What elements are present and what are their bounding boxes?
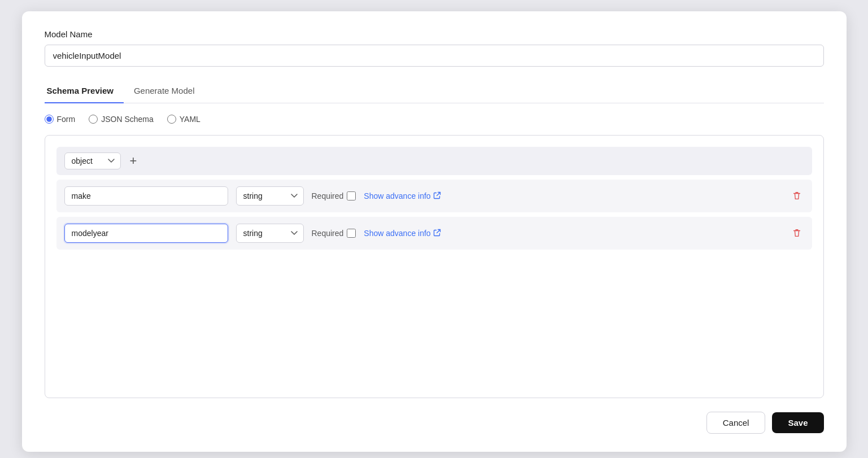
svg-line-0	[437, 192, 440, 195]
radio-yaml-label: YAML	[180, 115, 200, 124]
radio-yaml-input[interactable]	[167, 115, 176, 124]
field-name-input-make[interactable]	[64, 186, 228, 206]
modal-container: Model Name Schema Preview Generate Model…	[22, 11, 847, 452]
save-button[interactable]: Save	[772, 412, 823, 433]
required-text-make: Required	[312, 191, 344, 200]
show-advance-text-modelyear: Show advance info	[364, 229, 430, 238]
radio-json-schema[interactable]: JSON Schema	[89, 115, 154, 124]
radio-form-input[interactable]	[45, 115, 54, 124]
radio-json-schema-label: JSON Schema	[101, 115, 154, 124]
required-checkbox-make[interactable]	[347, 191, 356, 200]
required-text-modelyear: Required	[312, 229, 344, 238]
footer: Cancel Save	[45, 412, 824, 434]
model-name-label: Model Name	[45, 29, 824, 39]
delete-button-make[interactable]	[790, 190, 804, 202]
model-name-input[interactable]	[45, 45, 824, 67]
root-type-select[interactable]: object array	[64, 152, 121, 169]
external-link-icon-modelyear	[433, 229, 441, 238]
radio-form[interactable]: Form	[45, 115, 76, 124]
field-name-input-modelyear[interactable]	[64, 224, 228, 243]
external-link-icon-make	[433, 191, 441, 201]
field-type-select-make[interactable]: string number integer boolean object arr…	[236, 186, 304, 206]
tab-schema-preview[interactable]: Schema Preview	[45, 80, 124, 103]
radio-form-label: Form	[57, 115, 76, 124]
view-mode-radio-group: Form JSON Schema YAML	[45, 115, 824, 124]
show-advance-link-modelyear[interactable]: Show advance info	[364, 229, 440, 238]
cancel-button[interactable]: Cancel	[706, 412, 766, 434]
required-checkbox-modelyear[interactable]	[347, 229, 356, 238]
required-label-modelyear: Required	[312, 229, 356, 238]
svg-line-1	[437, 229, 440, 233]
field-row-modelyear: string number integer boolean object arr…	[56, 217, 812, 250]
show-advance-text-make: Show advance info	[364, 191, 430, 200]
radio-yaml[interactable]: YAML	[167, 115, 200, 124]
required-label-make: Required	[312, 191, 356, 200]
show-advance-link-make[interactable]: Show advance info	[364, 191, 440, 201]
schema-container: object array + string number integer boo…	[45, 135, 824, 398]
field-type-select-modelyear[interactable]: string number integer boolean object arr…	[236, 224, 304, 243]
field-row-make: string number integer boolean object arr…	[56, 180, 812, 212]
delete-button-modelyear[interactable]	[790, 227, 804, 239]
tab-generate-model[interactable]: Generate Model	[124, 80, 205, 103]
add-field-button[interactable]: +	[128, 155, 139, 167]
tabs-bar: Schema Preview Generate Model	[45, 80, 824, 103]
object-toolbar: object array +	[56, 147, 812, 175]
radio-json-schema-input[interactable]	[89, 115, 98, 124]
